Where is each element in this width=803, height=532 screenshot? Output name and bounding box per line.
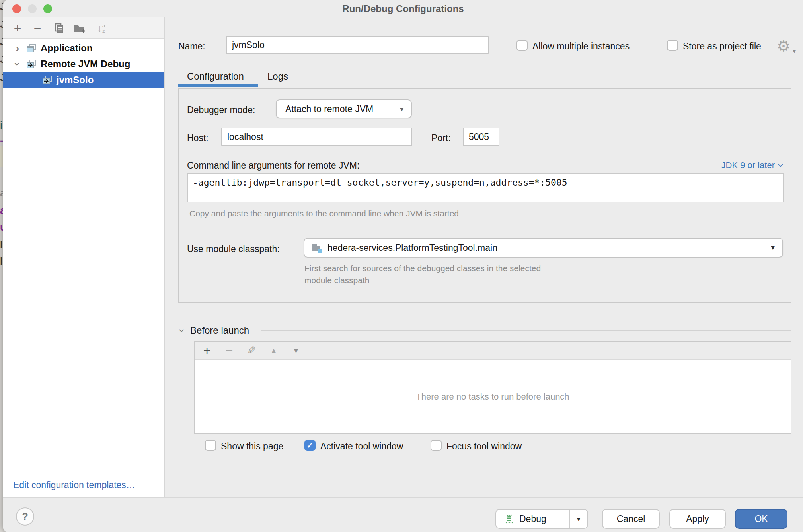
activate-tool-window-checkbox[interactable]: ✓ (304, 440, 316, 451)
dropdown-arrow-icon: ▼ (770, 244, 776, 251)
move-task-up-icon[interactable]: ▲ (269, 347, 279, 355)
cancel-button[interactable]: Cancel (602, 509, 660, 529)
sidebar-item-remote-jvm-debug[interactable]: › Remote JVM Debug (3, 56, 164, 72)
module-classpath-value: hedera-services.PlatformTestingTool.main (327, 243, 497, 253)
background-text-fragment: - (0, 134, 3, 147)
host-input[interactable] (221, 128, 412, 146)
remove-configuration-icon[interactable]: − (30, 17, 45, 39)
ok-button[interactable]: OK (735, 509, 787, 529)
store-as-project-file-label: Store as project file (683, 41, 761, 52)
show-this-page-checkbox[interactable]: ✓ (205, 440, 216, 451)
dialog-title: Run/Debug Configurations (3, 3, 803, 14)
help-button[interactable]: ? (16, 507, 34, 526)
sidebar-item-jvmsolo[interactable]: jvmSolo (3, 72, 164, 88)
before-launch-separator (261, 330, 791, 331)
module-icon (311, 242, 324, 256)
application-icon (26, 43, 37, 54)
bug-icon (504, 514, 515, 524)
before-launch-toolbar: + − ✎ ▲ ▼ (195, 342, 791, 360)
add-configuration-icon[interactable]: + (10, 17, 25, 39)
background-text-fragment: J (0, 1, 3, 13)
name-label: Name: (178, 41, 205, 52)
module-classpath-hint-line1: First search for sources of the debugged… (304, 264, 541, 273)
use-module-classpath-label: Use module classpath: (187, 244, 280, 254)
sidebar-item-label: Application (41, 43, 93, 54)
background-text-fragment: J (0, 53, 3, 66)
module-classpath-hint-line2: module classpath (304, 276, 369, 285)
focus-tool-window-label: Focus tool window (446, 441, 522, 452)
before-launch-collapse-icon[interactable]: › (176, 326, 188, 336)
debugger-mode-value: Attach to remote JVM (285, 104, 373, 115)
store-settings-gear-icon[interactable]: ⚙▾ (777, 37, 795, 56)
sort-configurations-icon[interactable]: ↓az (92, 17, 110, 39)
background-text-fragment: █ (0, 146, 3, 165)
background-text-fragment: a (0, 204, 3, 217)
module-classpath-select[interactable]: hedera-services.PlatformTestingTool.main… (304, 238, 783, 258)
show-this-page-label: Show this page (221, 441, 283, 452)
command-line-arguments-field[interactable]: -agentlib:jdwp=transport=dt_socket,serve… (187, 173, 784, 202)
move-task-down-icon[interactable]: ▼ (291, 347, 301, 355)
background-window-edge: JJJJJi-█aaull (0, 0, 3, 532)
copy-configuration-icon[interactable] (52, 17, 66, 39)
active-tab-underline (178, 84, 258, 87)
edit-task-icon[interactable]: ✎ (246, 344, 257, 357)
dropdown-arrow-icon: ▼ (399, 106, 405, 113)
background-text-fragment: l (0, 239, 3, 251)
remove-task-icon[interactable]: − (224, 344, 234, 358)
command-line-hint: Copy and paste the arguments to the comm… (189, 209, 459, 218)
host-label: Host: (187, 133, 209, 144)
sidebar-item-label: Remote JVM Debug (41, 58, 130, 70)
sidebar-item-label: jvmSolo (57, 74, 94, 85)
background-text-fragment: J (0, 72, 3, 84)
debug-button-label: Debug (519, 514, 546, 524)
dialog-footer: ? Debug ▼ Cancel (3, 497, 803, 532)
tab-configuration[interactable]: Configuration (187, 71, 244, 82)
add-task-icon[interactable]: + (202, 344, 212, 358)
debug-button[interactable]: Debug ▼ (495, 509, 588, 529)
configurations-sidebar: + − ↓az › (3, 17, 165, 497)
activate-tool-window-label: Activate tool window (320, 441, 403, 452)
before-launch-tasks-panel: + − ✎ ▲ ▼ There are no tasks to run befo… (194, 341, 791, 434)
chevron-down-icon (778, 163, 784, 167)
port-input[interactable] (463, 128, 499, 146)
chevron-right-icon[interactable]: › (13, 44, 22, 52)
allow-multiple-instances-checkbox[interactable]: ✓ (516, 40, 528, 51)
tab-logs[interactable]: Logs (267, 71, 288, 82)
background-text-fragment: i (0, 119, 3, 132)
run-debug-configurations-dialog: Run/Debug Configurations + − ↓az (3, 0, 803, 532)
background-text-fragment: J (0, 36, 3, 48)
sidebar-item-application[interactable]: › Application (3, 40, 164, 56)
store-as-project-file-checkbox[interactable]: ✓ (667, 40, 678, 51)
new-folder-icon[interactable] (71, 17, 87, 39)
before-launch-empty-text: There are no tasks to run before launch (195, 360, 791, 433)
chevron-down-icon[interactable]: › (13, 60, 22, 68)
background-text-fragment: u (0, 221, 3, 233)
before-launch-title: Before launch (190, 325, 249, 336)
focus-tool-window-checkbox[interactable]: ✓ (431, 440, 442, 451)
remote-jvm-debug-icon (26, 59, 37, 70)
background-text-fragment: a (0, 187, 3, 199)
debugger-mode-label: Debugger mode: (187, 105, 255, 115)
name-input[interactable] (226, 36, 489, 54)
configuration-panel: Debugger mode: Attach to remote JVM ▼ Ho… (178, 88, 791, 303)
allow-multiple-instances-label: Allow multiple instances (532, 41, 630, 52)
command-line-arguments-value: -agentlib:jdwp=transport=dt_socket,serve… (193, 177, 567, 188)
sidebar-toolbar: + − ↓az (3, 17, 164, 39)
jdk-version-selector-link[interactable]: JDK 9 or later (721, 160, 784, 171)
debug-options-arrow[interactable]: ▼ (569, 510, 587, 528)
command-line-arguments-label: Command line arguments for remote JVM: (187, 160, 359, 171)
background-text-fragment: J (0, 18, 3, 31)
apply-button[interactable]: Apply (669, 509, 726, 529)
port-label: Port: (431, 133, 451, 144)
debugger-mode-select[interactable]: Attach to remote JVM ▼ (276, 99, 412, 118)
background-text-fragment: l (0, 255, 3, 268)
edit-configuration-templates-link[interactable]: Edit configuration templates… (13, 480, 135, 491)
remote-jvm-debug-icon (42, 75, 53, 85)
